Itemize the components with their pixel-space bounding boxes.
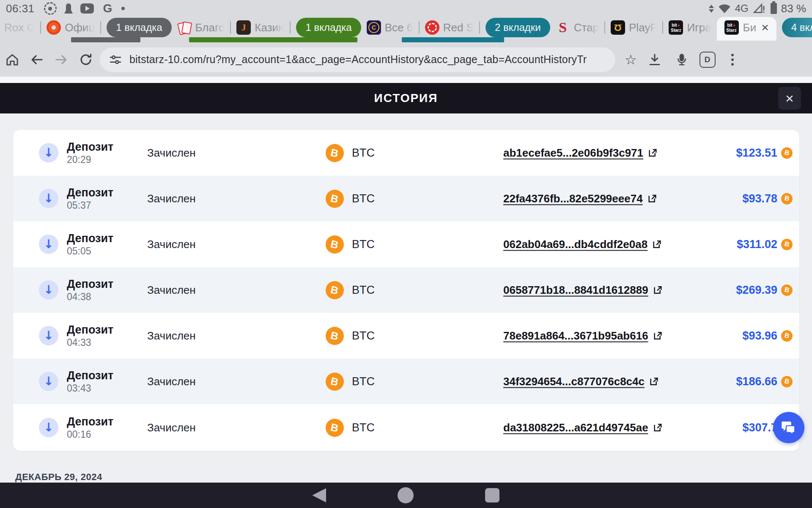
transactions-card: ↓ Депозит 20:29 Зачислен B BTC ab1ecefae… [13,130,799,451]
tab-group-pill-teal[interactable]: 2 вкладки [486,18,550,37]
amount-usd: $311.02 [737,238,777,251]
deposit-arrow-icon: ↓ [39,235,58,254]
btc-icon: B [326,419,344,437]
d-extension-icon[interactable]: D [700,52,716,68]
tab-igrat[interactable]: bit★StarzИгра [669,18,711,37]
home-button[interactable] [0,47,25,72]
amount-usd: $93.96 [742,329,777,342]
google-icon: G [103,3,112,14]
currency-label: BTC [352,329,375,342]
download-button[interactable] [645,47,664,72]
tab-playfortuna[interactable]: ΩPlayF [611,18,657,37]
reload-button[interactable] [74,47,98,72]
transaction-hash-link[interactable]: da31808225...a621d49745ae [503,421,648,434]
transaction-hash-link[interactable]: 78e891a864...3671b95ab616 [503,329,648,342]
tab-group-underline-gray [71,37,140,42]
tab-kazino[interactable]: JКазин [236,18,284,37]
transaction-status: Зачислен [147,146,326,160]
transaction-time: 04:33 [67,337,147,348]
tab-red-s[interactable]: Red S [425,18,474,37]
cellular-signal-alert-icon [753,3,765,14]
site-settings-icon[interactable] [109,53,122,66]
page-top-strip [0,77,812,83]
btc-icon: B [326,190,344,208]
deposit-arrow-icon: ↓ [39,189,58,208]
close-button[interactable]: × [778,87,801,110]
tab-divider [40,21,41,34]
transaction-time: 05:37 [67,200,147,211]
wifi-icon [718,3,731,14]
chat-fab-button[interactable] [773,412,804,443]
rocket-icon [66,3,71,14]
transaction-hash-link[interactable]: 062ab04a69...db4cddf2e0a8 [503,238,647,251]
table-row: ↓ Депозит 00:16 Зачислен B BTC da3180822… [13,404,799,451]
tab-starda[interactable]: SСтар [556,18,599,37]
external-link-icon[interactable] [653,285,663,295]
btc-mini-icon: B [781,193,793,204]
nav-home-icon[interactable] [398,487,414,503]
voice-search-icon[interactable] [672,47,691,72]
transaction-status: Зачислен [147,421,326,434]
tab-rox[interactable]: Rox C [4,18,35,37]
tab-group-pill-green[interactable]: 1 вкладка [296,18,361,37]
url-text[interactable]: bitstarz-10.com/ru?my_account=1&acc_page… [129,53,607,66]
external-link-icon[interactable] [647,193,658,204]
table-row: ↓ Депозит 04:38 Зачислен B BTC 0658771b1… [13,267,799,313]
status-bar: 06:31 G 4G 83 % [0,0,812,17]
screen-record-icon [44,2,57,15]
amount-usd: $93.78 [742,192,777,205]
transaction-hash-link[interactable]: 22fa4376fb...82e5299eee74 [503,192,643,205]
external-link-icon[interactable] [647,148,658,158]
tab-vse-bonusy[interactable]: CВсе б [367,18,413,37]
transaction-time: 03:43 [67,383,147,394]
external-link-icon[interactable] [652,239,662,250]
btc-mini-icon: B [781,330,793,342]
chat-icon [781,420,797,436]
currency-label: BTC [352,284,375,297]
btc-icon: B [326,144,344,162]
deposit-arrow-icon: ↓ [39,372,58,391]
currency-label: BTC [352,238,375,251]
external-link-icon[interactable] [653,422,663,433]
menu-overflow-icon[interactable] [724,54,741,66]
btc-mini-icon: B [781,284,793,296]
external-link-icon[interactable] [653,331,663,341]
btc-icon: B [326,373,344,391]
transaction-type: Депозит [67,186,147,199]
transaction-status: Зачислен [147,284,326,297]
table-row: ↓ Депозит 05:37 Зачислен B BTC 22fa4376f… [13,176,799,221]
transaction-type: Депозит [67,369,147,382]
tab-group-underline-teal [402,37,504,42]
tab-group-pill-4-tabs[interactable]: 4 вкладки [782,18,812,37]
tab-divider [100,21,101,34]
tab-bitstarz-active[interactable]: bit★Starz Би × [717,17,776,41]
url-omnibox[interactable]: bitstarz-10.com/ru?my_account=1&acc_page… [100,47,615,72]
tab-ofic[interactable]: Офиц [47,18,95,37]
transaction-time: 20:29 [67,154,147,166]
transaction-hash-link[interactable]: ab1ecefae5...2e06b9f3c971 [503,146,643,160]
currency-label: BTC [352,192,375,205]
nav-recents-icon[interactable] [485,488,499,502]
transaction-hash-link[interactable]: 34f3294654...c877076c8c4c [503,375,645,388]
transaction-type: Депозит [67,232,147,245]
tab-close-icon[interactable]: × [760,21,770,34]
bookmark-star-icon[interactable]: ☆ [625,52,637,68]
transaction-status: Зачислен [147,192,326,205]
tab-strip: Rox C Офиц 1 вкладка Благо JКазин 1 вкла… [0,17,812,38]
btc-icon: B [326,281,344,299]
bitstarz-favicon-icon: bit★Starz [724,20,739,35]
notification-dot-icon [121,7,125,10]
transaction-hash-link[interactable]: 0658771b18...8841d1612889 [503,284,648,297]
transaction-time: 05:05 [67,246,147,257]
tab-group-pill-gray[interactable]: 1 вкладка [107,18,171,37]
deposit-arrow-icon: ↓ [39,143,58,163]
battery-level-label: 83 % [781,2,806,15]
currency-label: BTC [352,421,375,434]
coin-favicon-icon: C [367,20,381,35]
back-button[interactable] [25,47,49,72]
table-row: ↓ Депозит 20:29 Зачислен B BTC ab1ecefae… [13,130,799,176]
forward-button[interactable] [49,47,74,72]
tab-blago[interactable]: Благо [177,18,225,37]
external-link-icon[interactable] [649,376,659,387]
table-row: ↓ Депозит 05:05 Зачислен B BTC 062ab04a6… [13,221,799,267]
